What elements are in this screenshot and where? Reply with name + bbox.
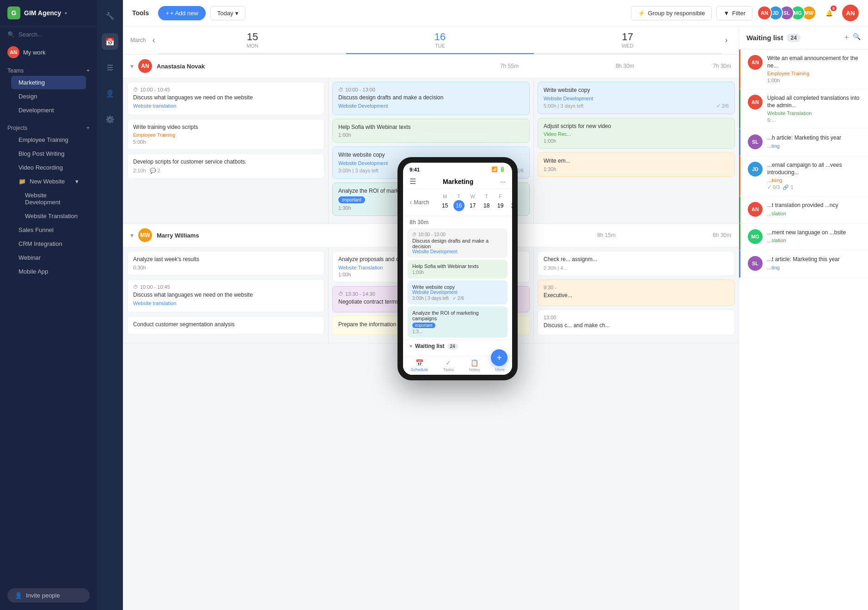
mobile-waiting-collapse-icon[interactable]: ▾ [410,343,412,349]
task-card[interactable]: 13:00 Discuss c... and make ch... [538,310,735,336]
task-card[interactable]: ⏱ 10:00 - 13:00 Discuss design drafts an… [332,82,530,115]
notification-badge: 6 [831,6,837,11]
sidebar-item-marketing[interactable]: Marketing [11,76,86,89]
waiting-list-item[interactable]: AN Write an email announcement for the n… [739,49,868,89]
task-card[interactable]: ⏱ 10:00 - 10:45 Discuss what languages w… [127,82,324,115]
mobile-day-t-today[interactable]: T 16 [453,194,465,211]
waiting-list-item[interactable]: SL ...h article: Marketing this year ...… [739,129,868,156]
task-card[interactable]: Analyze last week's results 0:30h [127,251,324,275]
list-icon[interactable]: ☰ [102,59,118,76]
next-day-button[interactable]: › [721,34,731,46]
collapse-icon[interactable]: ▾ [130,232,134,239]
search-bar[interactable]: 🔍 Search... [0,26,97,43]
task-card[interactable]: Check re... assignm... 2:30h | 4... [538,251,735,276]
person-time-wed: 7h 30m [713,63,731,69]
sidebar-item-new-website[interactable]: 📁 New Website ▾ [11,175,86,188]
sidebar-item-video-recording[interactable]: Video Recording [11,161,86,174]
notifications-button[interactable]: 🔔 6 [821,5,837,21]
search-icon: 🔍 [7,31,15,38]
mobile-day-w: W 17 [467,194,478,211]
mobile-task-card[interactable]: ⏱ 10:00 - 13:00 Discuss design drafts an… [408,228,507,258]
sidebar-item-mobile-app[interactable]: Mobile App [11,265,86,278]
day-col-wed-anastasia: Write website copy Website Development 5… [533,78,739,223]
sidebar-item-sales-funnel[interactable]: Sales Funnel [11,223,86,237]
plus-icon: + [165,10,169,17]
task-card[interactable]: Write website copy Website Development 5… [538,82,735,114]
comment-icon: 💬 2 [150,168,160,174]
schedule-icon: 📅 [416,359,423,366]
sidebar-item-label: Design [18,93,37,100]
mobile-menu-icon[interactable]: ☰ [410,177,416,186]
search-icon[interactable]: 🔍 [853,33,861,43]
calendar-icon[interactable]: 📅 [102,33,118,50]
mobile-task-card[interactable]: Write website copy Website Development 3… [408,281,507,305]
tools-icon[interactable]: 🔧 [102,7,118,24]
mobile-nav-tasks[interactable]: ✓ Tasks [443,359,454,372]
waiting-list-item[interactable]: JD ...email campaign to all ...vees intr… [739,156,868,196]
sidebar-item-employee-training[interactable]: Employee Training [11,133,86,146]
sidebar-item-website-development[interactable]: Website Development [11,189,86,209]
my-work-item[interactable]: AN My work [0,43,97,62]
task-card[interactable]: Develop scripts for customer service cha… [127,153,324,179]
sidebar-item-design[interactable]: Design [11,90,86,103]
person-time-tue: 8h 30m [616,63,634,69]
brand-logo: G [7,6,20,19]
duration: 2:10h [133,168,146,173]
plus-icon[interactable]: + [844,33,849,43]
mobile-day-t: T 18 [481,194,492,211]
task-card[interactable]: Conduct customer segmentation analysis [127,316,324,335]
today-button[interactable]: Today ▾ [210,6,245,20]
waiting-list-item[interactable]: AN ...t translation provided ...ncy ...s… [739,196,868,224]
mobile-more-icon[interactable]: ··· [500,178,506,185]
collapse-icon[interactable]: ▾ [130,62,134,70]
mobile-fab-button[interactable]: + [491,349,507,366]
mobile-calendar-nav: ‹ March M 15 T 16 W 17 T 18 [403,189,512,216]
task-card[interactable]: Write em... 1:30h [538,152,735,177]
mobile-nav-schedule[interactable]: 📅 Schedule [410,359,428,372]
my-work-label: My work [23,49,45,56]
mobile-prev-button[interactable]: ‹ [410,198,412,207]
folder-icon: 📁 [18,178,26,185]
waiting-avatar: SL [748,134,763,149]
sidebar-item-crm-integration[interactable]: CRM Integration [11,237,86,250]
sidebar-header[interactable]: G GIM Agency ▾ [0,0,97,26]
task-card[interactable]: Adjust scripts for new video Video Rec..… [538,118,735,149]
task-card[interactable]: Help Sofia with Webinar texts 1:00h [332,119,530,143]
filter-button[interactable]: ▼ Filter [716,6,752,20]
mobile-nav-notes[interactable]: 📋 Notes [469,359,480,372]
user-icon[interactable]: 👤 [102,85,118,102]
add-project-icon[interactable]: + [86,125,90,131]
settings-icon[interactable]: ⚙️ [102,111,118,128]
group-by-button[interactable]: ⚡ Group by responsible [631,6,712,20]
sidebar-item-development[interactable]: Development [11,104,86,117]
task-card[interactable]: 9:30 - Executive... [538,280,735,306]
chevron-down-icon: ▾ [235,10,238,17]
day-col-mon-marry: Analyze last week's results 0:30h ⏱ 10:0… [123,247,328,343]
sidebar-item-blog-post-writing[interactable]: Blog Post Writing [11,147,86,160]
task-card[interactable]: ⏱ 10:00 - 10:45 Discuss what languages w… [127,279,324,312]
mobile-task-card[interactable]: Help Sofia with Webinar texts 1:00h [408,260,507,279]
sidebar: G GIM Agency ▾ 🔍 Search... AN My work Te… [0,0,97,610]
mobile-section-header: 8h 30m [403,216,512,226]
sidebar-item-webinar[interactable]: Webinar [11,251,86,264]
prev-day-button[interactable]: ‹ [149,34,159,46]
mobile-day-s1: S 20 [509,194,512,211]
waiting-list-title: Waiting list [746,34,783,42]
person-header-anastasia: ▾ AN Anastasia Novak 7h 55m 8h 30m 7h 30… [123,55,739,78]
person-name: Anastasia Novak [157,63,205,70]
waiting-list-item[interactable]: AN Upload all completed translations int… [739,89,868,129]
sidebar-item-website-translation[interactable]: Website Translation [11,209,86,223]
waiting-list-item[interactable]: MG ...ment new language on ...bsite ...s… [739,224,868,251]
attachment-icon: 🔗 1 [782,184,793,190]
waiting-list-item[interactable]: SL ...t article: Marketing this year ...… [739,250,868,278]
mobile-task-card[interactable]: Analyze the ROI of marketing campaigns i… [408,306,507,338]
add-team-icon[interactable]: + [86,67,90,74]
notes-icon: 📋 [471,359,478,366]
mobile-signal-icons: 📶 🔋 [491,166,506,172]
invite-people-button[interactable]: 👤 Invite people [7,588,90,603]
sidebar-item-label: Development [18,107,54,114]
profile-button[interactable]: AN [842,5,859,21]
icon-bar: 🔧 📅 ☰ 👤 ⚙️ [97,0,123,610]
task-card[interactable]: Write training video scripts Employee Tr… [127,119,324,150]
add-new-button[interactable]: + + Add new [158,6,206,20]
